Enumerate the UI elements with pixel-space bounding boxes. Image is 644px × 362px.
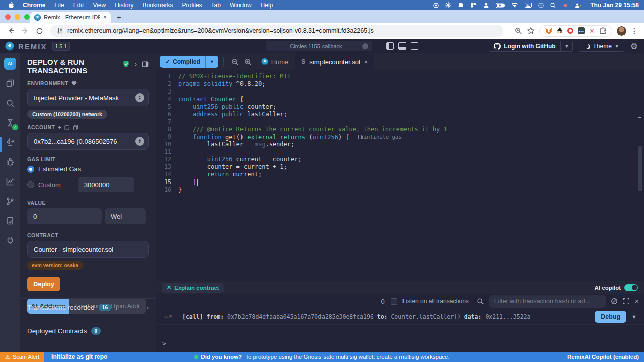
zoom-window-button[interactable]	[24, 14, 30, 20]
login-github-button[interactable]: Login with GitHub ▼	[489, 41, 573, 52]
editor-scrollbar[interactable]	[639, 70, 643, 281]
terminal-log-row[interactable]: call [call] from: 0x7b2e78d4dfaaba045a16…	[156, 309, 644, 325]
triangle-extension-icon[interactable]: 0.8	[557, 27, 562, 34]
metamask-icon[interactable]	[545, 27, 553, 35]
solidity-compiler-icon[interactable]: ✓	[4, 116, 17, 129]
settings-gear-icon[interactable]: ⚙	[630, 41, 638, 52]
remix-logo-icon[interactable]	[5, 42, 14, 51]
deploy-run-icon[interactable]	[4, 136, 17, 149]
toggle-left-panel-icon[interactable]	[386, 42, 394, 50]
browser-menu-icon[interactable]: ⋮	[631, 27, 638, 35]
close-tab-icon[interactable]: ×	[364, 58, 368, 66]
toggle-terminal-icon[interactable]	[398, 42, 406, 50]
pin-panel-icon[interactable]	[142, 61, 149, 68]
keyboard-icon[interactable]	[525, 3, 532, 8]
expand-transactions-icon[interactable]: ›	[147, 304, 149, 311]
zoom-out-icon[interactable]	[231, 58, 239, 66]
edit-account-icon[interactable]	[64, 125, 70, 130]
site-settings-icon[interactable]	[56, 27, 63, 34]
zoom-page-icon[interactable]	[515, 27, 522, 35]
menubar-item[interactable]: Window	[225, 2, 256, 9]
copilot-status[interactable]: RemixAI Copilot (enabled)	[567, 354, 644, 360]
terminal-filter-input[interactable]	[489, 295, 606, 308]
terminal-search-icon[interactable]	[477, 298, 484, 305]
account-select[interactable]: 0x7b2...ca196 (0.086502576 ▲▼	[27, 133, 149, 150]
red-o-extension-icon[interactable]	[567, 28, 573, 34]
compiled-caret-icon[interactable]: ▼	[205, 56, 218, 68]
menubar-item[interactable]: Bookmarks	[138, 2, 178, 9]
estimated-gas-radio[interactable]	[27, 166, 34, 173]
minimize-window-button[interactable]	[15, 14, 20, 20]
expand-log-icon[interactable]: ▼	[631, 314, 637, 320]
ai-copilot-toggle[interactable]	[624, 284, 638, 291]
search-icon[interactable]	[4, 97, 17, 110]
dots-extension-icon[interactable]: •••	[578, 27, 585, 34]
menubar-item[interactable]: Chrome	[18, 2, 50, 9]
explain-contract-button[interactable]: ✕ Explain contract	[162, 283, 224, 293]
forward-button[interactable]	[19, 25, 31, 37]
login-caret-icon[interactable]: ▼	[560, 41, 573, 51]
add-account-icon[interactable]: +	[58, 124, 61, 130]
deploy-button[interactable]: Deploy	[27, 277, 60, 291]
notification-icon[interactable]	[458, 2, 464, 8]
theme-selector[interactable]: Theme ▼	[579, 41, 624, 52]
menubar-item[interactable]: Tab	[207, 2, 225, 9]
close-window-button[interactable]	[5, 14, 11, 20]
remix-ai-icon[interactable]: AI	[4, 57, 17, 70]
menubar-item[interactable]: Help	[256, 2, 278, 9]
clear-terminal-icon[interactable]	[611, 298, 618, 305]
tab-simplecounter[interactable]: S simplecounter.sol ×	[295, 53, 374, 70]
scam-alert-button[interactable]: ⚠ Scam Alert	[0, 352, 44, 362]
reload-button[interactable]	[33, 25, 45, 37]
info-icon[interactable]: i	[115, 304, 117, 311]
transactions-recorded-row[interactable]: Transactions recorded 16 i ›	[27, 304, 149, 311]
starburst-extension-icon[interactable]: ✳	[589, 27, 595, 35]
bookmark-star-icon[interactable]	[527, 27, 535, 35]
code-editor[interactable]: 1// SPDX-License-Identifier: MIT2pragma …	[156, 70, 644, 281]
shield-icon[interactable]	[122, 60, 130, 68]
menubar-item[interactable]: Edit	[69, 2, 89, 9]
environment-select[interactable]: Injected Provider - MetaMask ▲▼	[27, 89, 149, 106]
tab-home[interactable]: Home	[254, 58, 296, 66]
git-icon[interactable]	[4, 195, 17, 208]
expand-terminal-icon[interactable]	[623, 298, 630, 305]
scrollbar-thumb[interactable]	[638, 146, 642, 191]
custom-gas-radio[interactable]	[27, 181, 34, 188]
file-explorer-icon[interactable]	[4, 77, 17, 90]
menubar-clock[interactable]: Thu Jan 29 15:58	[590, 2, 639, 9]
back-button[interactable]	[5, 25, 17, 37]
snowflake-icon[interactable]	[445, 2, 451, 8]
custom-gas-input[interactable]	[78, 177, 134, 192]
value-unit-select[interactable]: Wei	[105, 208, 146, 224]
extensions-puzzle-icon[interactable]	[599, 27, 607, 35]
compiled-button[interactable]: ✓Compiled ▼	[160, 56, 218, 68]
git-init-button[interactable]: Initialize as git repo	[44, 353, 114, 360]
new-tab-button[interactable]: +	[117, 13, 121, 21]
spotlight-icon[interactable]	[550, 3, 556, 8]
collapse-panel-icon[interactable]: ›	[135, 61, 137, 68]
deployed-contracts-row[interactable]: Deployed Contracts 0	[27, 327, 149, 335]
terminal[interactable]: 0 Listen on all transactions × call [cal…	[156, 294, 644, 352]
contract-verification-icon[interactable]	[4, 214, 17, 227]
value-input[interactable]	[27, 208, 102, 224]
debugger-icon[interactable]	[4, 155, 17, 168]
info-icon[interactable]	[538, 3, 544, 8]
apple-icon[interactable]	[8, 2, 14, 9]
listen-checkbox[interactable]	[391, 298, 397, 305]
user-icon[interactable]	[483, 2, 489, 8]
copy-account-icon[interactable]	[73, 125, 78, 130]
notification-pill[interactable]: Circles 1155 callback	[266, 41, 372, 51]
zoom-in-icon[interactable]	[244, 58, 252, 66]
plugin-manager-icon[interactable]	[4, 234, 17, 247]
wifi-icon[interactable]	[511, 3, 518, 8]
close-terminal-icon[interactable]: ×	[635, 297, 639, 305]
toggle-right-panel-icon[interactable]	[411, 42, 418, 50]
window-layout-icon[interactable]	[470, 2, 476, 8]
menubar-item[interactable]: Profiles	[178, 2, 207, 9]
record-icon[interactable]	[433, 3, 439, 8]
tab-close-icon[interactable]: ×	[103, 14, 107, 21]
browser-tab[interactable]: Remix - Ethereum IDE ×	[30, 12, 111, 23]
favorites-heart-icon[interactable]	[71, 81, 77, 86]
profile-avatar[interactable]	[617, 26, 626, 36]
contract-select[interactable]: Counter - simplecounter.sol	[27, 241, 149, 258]
